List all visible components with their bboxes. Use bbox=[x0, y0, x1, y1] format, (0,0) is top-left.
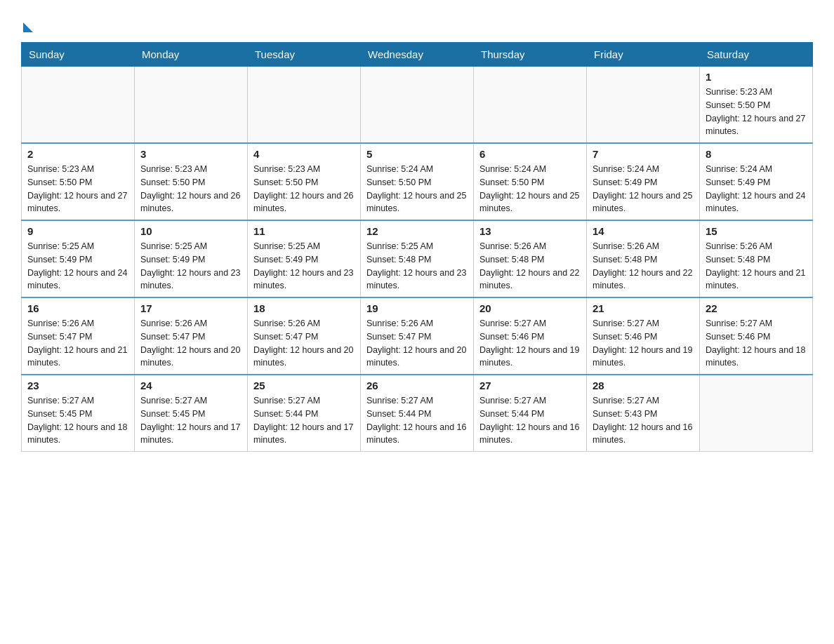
calendar-cell: 24Sunrise: 5:27 AMSunset: 5:45 PMDayligh… bbox=[135, 375, 248, 452]
day-number: 16 bbox=[27, 302, 128, 314]
weekday-header-monday: Monday bbox=[135, 43, 248, 67]
calendar-cell: 28Sunrise: 5:27 AMSunset: 5:43 PMDayligh… bbox=[587, 375, 700, 452]
day-number: 9 bbox=[27, 225, 128, 237]
day-info: Sunrise: 5:25 AMSunset: 5:48 PMDaylight:… bbox=[366, 240, 468, 293]
day-info: Sunrise: 5:27 AMSunset: 5:43 PMDaylight:… bbox=[593, 394, 694, 447]
calendar-cell: 14Sunrise: 5:26 AMSunset: 5:48 PMDayligh… bbox=[587, 220, 700, 297]
weekday-header-saturday: Saturday bbox=[700, 43, 813, 67]
day-number: 19 bbox=[366, 302, 468, 314]
day-number: 23 bbox=[27, 380, 128, 391]
day-number: 17 bbox=[140, 302, 241, 314]
day-number: 27 bbox=[479, 380, 581, 391]
calendar-cell: 21Sunrise: 5:27 AMSunset: 5:46 PMDayligh… bbox=[587, 297, 700, 375]
day-number: 28 bbox=[593, 380, 694, 391]
day-info: Sunrise: 5:26 AMSunset: 5:47 PMDaylight:… bbox=[366, 317, 468, 370]
calendar-cell: 9Sunrise: 5:25 AMSunset: 5:49 PMDaylight… bbox=[22, 220, 135, 297]
day-number: 10 bbox=[140, 225, 241, 237]
calendar-cell: 11Sunrise: 5:25 AMSunset: 5:49 PMDayligh… bbox=[248, 220, 361, 297]
day-number: 11 bbox=[253, 225, 355, 237]
day-number: 20 bbox=[479, 302, 581, 314]
day-number: 13 bbox=[479, 225, 581, 237]
calendar-cell: 23Sunrise: 5:27 AMSunset: 5:45 PMDayligh… bbox=[22, 375, 135, 452]
weekday-header-wednesday: Wednesday bbox=[361, 43, 474, 67]
week-row-3: 9Sunrise: 5:25 AMSunset: 5:49 PMDaylight… bbox=[22, 220, 813, 297]
day-number: 21 bbox=[593, 302, 694, 314]
day-info: Sunrise: 5:23 AMSunset: 5:50 PMDaylight:… bbox=[253, 163, 355, 215]
calendar-cell bbox=[135, 67, 248, 144]
day-number: 18 bbox=[253, 302, 355, 314]
day-number: 5 bbox=[366, 148, 468, 160]
calendar-cell: 4Sunrise: 5:23 AMSunset: 5:50 PMDaylight… bbox=[248, 143, 361, 220]
calendar-header-row: SundayMondayTuesdayWednesdayThursdayFrid… bbox=[22, 43, 813, 67]
calendar-cell: 13Sunrise: 5:26 AMSunset: 5:48 PMDayligh… bbox=[474, 220, 587, 297]
day-info: Sunrise: 5:27 AMSunset: 5:44 PMDaylight:… bbox=[366, 394, 468, 447]
day-number: 3 bbox=[140, 148, 241, 160]
day-number: 26 bbox=[366, 380, 468, 391]
calendar-cell: 1Sunrise: 5:23 AMSunset: 5:50 PMDaylight… bbox=[700, 67, 813, 144]
calendar-cell bbox=[700, 375, 813, 452]
week-row-4: 16Sunrise: 5:26 AMSunset: 5:47 PMDayligh… bbox=[22, 297, 813, 375]
day-number: 25 bbox=[253, 380, 355, 391]
week-row-1: 1Sunrise: 5:23 AMSunset: 5:50 PMDaylight… bbox=[22, 67, 813, 144]
page-header bbox=[21, 14, 813, 29]
calendar-cell: 27Sunrise: 5:27 AMSunset: 5:44 PMDayligh… bbox=[474, 375, 587, 452]
day-info: Sunrise: 5:26 AMSunset: 5:48 PMDaylight:… bbox=[706, 240, 807, 293]
weekday-header-sunday: Sunday bbox=[22, 43, 135, 67]
weekday-header-tuesday: Tuesday bbox=[248, 43, 361, 67]
day-number: 2 bbox=[27, 148, 128, 160]
weekday-header-friday: Friday bbox=[587, 43, 700, 67]
day-info: Sunrise: 5:23 AMSunset: 5:50 PMDaylight:… bbox=[706, 86, 807, 138]
day-number: 8 bbox=[706, 148, 807, 160]
day-number: 1 bbox=[706, 71, 807, 83]
logo-triangle-icon bbox=[23, 22, 33, 32]
day-number: 15 bbox=[706, 225, 807, 237]
day-number: 7 bbox=[593, 148, 694, 160]
calendar-cell: 5Sunrise: 5:24 AMSunset: 5:50 PMDaylight… bbox=[361, 143, 474, 220]
day-number: 6 bbox=[479, 148, 581, 160]
calendar-cell: 20Sunrise: 5:27 AMSunset: 5:46 PMDayligh… bbox=[474, 297, 587, 375]
day-info: Sunrise: 5:26 AMSunset: 5:47 PMDaylight:… bbox=[253, 317, 355, 370]
logo bbox=[21, 14, 33, 29]
day-info: Sunrise: 5:27 AMSunset: 5:46 PMDaylight:… bbox=[593, 317, 694, 370]
calendar-cell: 7Sunrise: 5:24 AMSunset: 5:49 PMDaylight… bbox=[587, 143, 700, 220]
calendar-table: SundayMondayTuesdayWednesdayThursdayFrid… bbox=[21, 42, 813, 452]
day-info: Sunrise: 5:24 AMSunset: 5:49 PMDaylight:… bbox=[593, 163, 694, 215]
day-info: Sunrise: 5:24 AMSunset: 5:50 PMDaylight:… bbox=[366, 163, 468, 215]
day-number: 12 bbox=[366, 225, 468, 237]
calendar-cell bbox=[474, 67, 587, 144]
calendar-cell: 10Sunrise: 5:25 AMSunset: 5:49 PMDayligh… bbox=[135, 220, 248, 297]
calendar-cell bbox=[587, 67, 700, 144]
day-info: Sunrise: 5:24 AMSunset: 5:49 PMDaylight:… bbox=[706, 163, 807, 215]
calendar-cell: 19Sunrise: 5:26 AMSunset: 5:47 PMDayligh… bbox=[361, 297, 474, 375]
calendar-cell bbox=[248, 67, 361, 144]
day-number: 22 bbox=[706, 302, 807, 314]
day-info: Sunrise: 5:26 AMSunset: 5:48 PMDaylight:… bbox=[593, 240, 694, 293]
day-info: Sunrise: 5:27 AMSunset: 5:45 PMDaylight:… bbox=[140, 394, 241, 447]
day-number: 4 bbox=[253, 148, 355, 160]
day-info: Sunrise: 5:24 AMSunset: 5:50 PMDaylight:… bbox=[479, 163, 581, 215]
day-info: Sunrise: 5:26 AMSunset: 5:47 PMDaylight:… bbox=[140, 317, 241, 370]
calendar-cell: 25Sunrise: 5:27 AMSunset: 5:44 PMDayligh… bbox=[248, 375, 361, 452]
calendar-cell: 26Sunrise: 5:27 AMSunset: 5:44 PMDayligh… bbox=[361, 375, 474, 452]
day-number: 14 bbox=[593, 225, 694, 237]
calendar-cell: 18Sunrise: 5:26 AMSunset: 5:47 PMDayligh… bbox=[248, 297, 361, 375]
calendar-cell: 6Sunrise: 5:24 AMSunset: 5:50 PMDaylight… bbox=[474, 143, 587, 220]
day-info: Sunrise: 5:26 AMSunset: 5:48 PMDaylight:… bbox=[479, 240, 581, 293]
calendar-cell: 3Sunrise: 5:23 AMSunset: 5:50 PMDaylight… bbox=[135, 143, 248, 220]
calendar-cell: 8Sunrise: 5:24 AMSunset: 5:49 PMDaylight… bbox=[700, 143, 813, 220]
day-info: Sunrise: 5:27 AMSunset: 5:44 PMDaylight:… bbox=[253, 394, 355, 447]
day-info: Sunrise: 5:25 AMSunset: 5:49 PMDaylight:… bbox=[27, 240, 128, 293]
day-info: Sunrise: 5:23 AMSunset: 5:50 PMDaylight:… bbox=[140, 163, 241, 215]
calendar-cell: 12Sunrise: 5:25 AMSunset: 5:48 PMDayligh… bbox=[361, 220, 474, 297]
day-info: Sunrise: 5:25 AMSunset: 5:49 PMDaylight:… bbox=[253, 240, 355, 293]
day-info: Sunrise: 5:25 AMSunset: 5:49 PMDaylight:… bbox=[140, 240, 241, 293]
week-row-5: 23Sunrise: 5:27 AMSunset: 5:45 PMDayligh… bbox=[22, 375, 813, 452]
calendar-cell bbox=[22, 67, 135, 144]
calendar-cell: 17Sunrise: 5:26 AMSunset: 5:47 PMDayligh… bbox=[135, 297, 248, 375]
day-info: Sunrise: 5:27 AMSunset: 5:46 PMDaylight:… bbox=[706, 317, 807, 370]
day-info: Sunrise: 5:27 AMSunset: 5:46 PMDaylight:… bbox=[479, 317, 581, 370]
day-info: Sunrise: 5:23 AMSunset: 5:50 PMDaylight:… bbox=[27, 163, 128, 215]
day-info: Sunrise: 5:27 AMSunset: 5:44 PMDaylight:… bbox=[479, 394, 581, 447]
day-info: Sunrise: 5:27 AMSunset: 5:45 PMDaylight:… bbox=[27, 394, 128, 447]
day-number: 24 bbox=[140, 380, 241, 391]
